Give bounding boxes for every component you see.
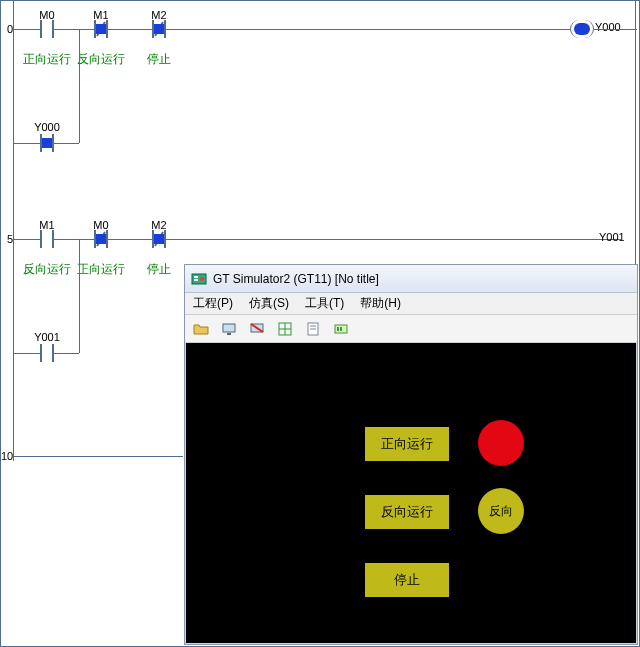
rung-number: 5 xyxy=(1,233,13,245)
svg-point-3 xyxy=(200,277,204,281)
device-label: M1 xyxy=(39,219,54,231)
rung-number: 10 xyxy=(1,450,13,462)
stop-monitor-icon[interactable] xyxy=(247,319,267,339)
wire xyxy=(54,239,94,240)
wire xyxy=(108,239,152,240)
hmi-forward-button[interactable]: 正向运行 xyxy=(364,426,450,462)
wire xyxy=(13,239,14,353)
svg-rect-15 xyxy=(337,327,339,331)
menu-simulate[interactable]: 仿真(S) xyxy=(249,295,289,312)
wire xyxy=(13,239,40,240)
contact-nc[interactable] xyxy=(94,20,108,38)
wire xyxy=(54,143,79,144)
coil-label: Y001 xyxy=(599,231,625,243)
monitor-icon[interactable] xyxy=(219,319,239,339)
comment: 反向运行 xyxy=(77,51,125,68)
sheet-icon[interactable] xyxy=(303,319,323,339)
device-label: M1 xyxy=(93,9,108,21)
menu-project[interactable]: 工程(P) xyxy=(193,295,233,312)
contact-nc[interactable] xyxy=(152,230,166,248)
contact-nc[interactable] xyxy=(94,230,108,248)
hmi-screen: 正向运行 反向运行 反向 停止 xyxy=(186,344,636,643)
hmi-stop-button[interactable]: 停止 xyxy=(364,562,450,598)
contact-no[interactable] xyxy=(40,344,54,362)
device-label: M2 xyxy=(151,219,166,231)
window-title: GT Simulator2 (GT11) [No title] xyxy=(213,272,379,286)
svg-rect-4 xyxy=(223,324,235,332)
wire xyxy=(594,29,637,30)
comment: 正向运行 xyxy=(23,51,71,68)
wire xyxy=(79,239,80,353)
contact-nc[interactable] xyxy=(152,20,166,38)
wire xyxy=(166,239,621,240)
comment: 反向运行 xyxy=(23,261,71,278)
contact-no[interactable] xyxy=(40,134,54,152)
coil[interactable] xyxy=(570,20,594,38)
wire xyxy=(13,353,40,354)
toolbar xyxy=(185,315,637,343)
wire xyxy=(13,456,183,457)
device-label: Y000 xyxy=(34,121,60,133)
open-icon[interactable] xyxy=(191,319,211,339)
contact-no[interactable] xyxy=(40,20,54,38)
svg-rect-5 xyxy=(227,333,231,335)
menubar: 工程(P) 仿真(S) 工具(T) 帮助(H) xyxy=(185,293,637,315)
menu-help[interactable]: 帮助(H) xyxy=(360,295,401,312)
wire xyxy=(54,353,79,354)
hmi-reverse-lamp: 反向 xyxy=(478,488,524,534)
wire xyxy=(108,29,152,30)
menu-tools[interactable]: 工具(T) xyxy=(305,295,344,312)
svg-rect-16 xyxy=(340,327,342,331)
device-label: M2 xyxy=(151,9,166,21)
wire xyxy=(54,29,94,30)
wire xyxy=(13,143,40,144)
device-label: Y001 xyxy=(34,331,60,343)
titlebar[interactable]: GT Simulator2 (GT11) [No title] xyxy=(185,265,637,293)
wire xyxy=(13,29,40,30)
app-icon xyxy=(191,271,207,287)
wire xyxy=(13,29,14,143)
wire xyxy=(79,29,80,143)
contact-no[interactable] xyxy=(40,230,54,248)
rung-number: 0 xyxy=(1,23,13,35)
wire xyxy=(166,29,570,30)
grid-icon[interactable] xyxy=(275,319,295,339)
hmi-forward-lamp xyxy=(478,420,524,466)
comment: 停止 xyxy=(147,261,171,278)
comment: 停止 xyxy=(147,51,171,68)
comment: 正向运行 xyxy=(77,261,125,278)
device-label: M0 xyxy=(39,9,54,21)
device-icon[interactable] xyxy=(331,319,351,339)
coil-label: Y000 xyxy=(595,21,621,33)
svg-rect-1 xyxy=(194,276,198,278)
simulator-window: GT Simulator2 (GT11) [No title] 工程(P) 仿真… xyxy=(184,264,638,645)
svg-rect-2 xyxy=(194,279,198,281)
device-label: M0 xyxy=(93,219,108,231)
hmi-reverse-button[interactable]: 反向运行 xyxy=(364,494,450,530)
